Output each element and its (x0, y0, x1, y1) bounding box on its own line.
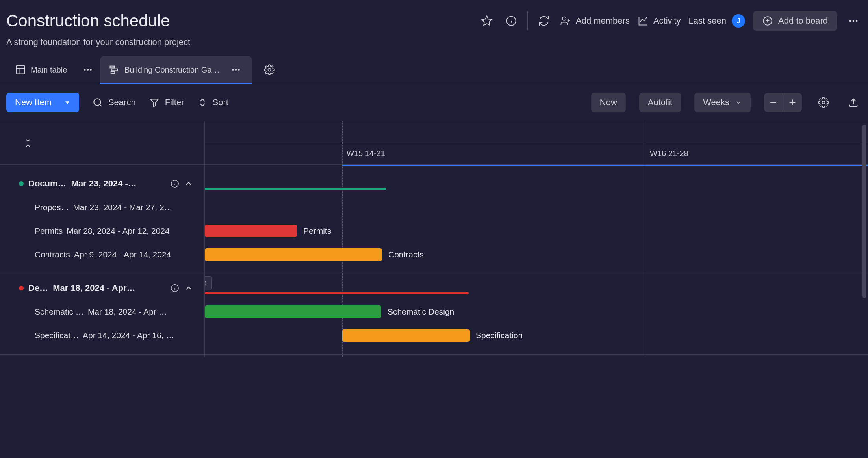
gantt-bar-label: Specification (476, 331, 523, 340)
task-row[interactable]: Permits Mar 28, 2024 - Apr 12, 2024 (0, 219, 204, 243)
svg-marker-0 (482, 16, 491, 26)
star-icon[interactable] (479, 13, 495, 29)
svg-point-18 (90, 69, 92, 71)
group-name: Docum… (28, 179, 67, 189)
info-icon[interactable] (171, 284, 179, 292)
info-icon[interactable] (503, 13, 519, 29)
svg-point-10 (849, 20, 851, 22)
collapse-all-icon[interactable] (24, 138, 32, 149)
group-dot-icon (19, 181, 24, 186)
more-icon[interactable] (845, 13, 862, 29)
tab-label: Main table (31, 65, 67, 74)
scroll-thumb[interactable] (862, 125, 866, 298)
tab-gantt-options-icon[interactable] (228, 62, 243, 77)
task-row[interactable]: Specificat… Apr 14, 2024 - Apr 16, … (0, 324, 204, 347)
svg-point-22 (232, 69, 234, 71)
add-user-icon (560, 15, 571, 26)
view-tabs: Main table Building Construction Ga… (0, 47, 868, 84)
svg-point-23 (235, 69, 236, 71)
collapse-group-icon[interactable] (184, 283, 193, 293)
export-icon[interactable] (845, 94, 862, 111)
gantt-bar[interactable] (205, 248, 382, 261)
task-name: Specificat… (35, 331, 79, 340)
now-label: Now (600, 97, 617, 108)
gantt-bar[interactable] (205, 225, 297, 237)
group-divider (205, 274, 868, 274)
activity-label: Activity (653, 16, 681, 26)
group-divider (0, 354, 204, 355)
svg-rect-21 (111, 72, 115, 74)
task-dates: Apr 14, 2024 - Apr 16, … (83, 331, 196, 340)
header: Construction schedule Add members Activi… (0, 0, 868, 47)
current-week-underline (342, 165, 868, 166)
group-header[interactable]: Docum… Mar 23, 2024 -… (0, 172, 204, 195)
tab-gantt[interactable]: Building Construction Ga… (100, 56, 252, 84)
timeline-row: Schematic Design (205, 300, 868, 324)
svg-point-25 (268, 69, 271, 71)
group-name: De… (28, 283, 48, 293)
gantt: Docum… Mar 23, 2024 -… Propos… Mar 23, 2… (0, 121, 868, 357)
timeline-week-label: W15 14-21 (347, 149, 385, 158)
scrollbar[interactable] (862, 125, 866, 357)
search-button[interactable]: Search (93, 97, 136, 108)
zoom-in-button[interactable]: + (783, 93, 802, 112)
svg-marker-26 (65, 101, 70, 104)
tab-main-options-icon[interactable] (80, 62, 95, 77)
timescale-select[interactable]: Weeks (694, 93, 751, 112)
now-button[interactable]: Now (591, 93, 626, 112)
view-settings-icon[interactable] (264, 64, 275, 75)
collapse-group-icon[interactable] (184, 179, 193, 188)
task-name: Contracts (35, 250, 70, 259)
filter-label: Filter (165, 97, 184, 108)
add-members-button[interactable]: Add members (560, 15, 630, 26)
svg-rect-20 (112, 69, 117, 71)
info-icon[interactable] (171, 179, 179, 188)
page-title: Construction schedule (6, 11, 170, 30)
task-dates: Apr 9, 2024 - Apr 14, 2024 (74, 250, 196, 259)
zoom-out-button[interactable]: − (764, 93, 783, 112)
gantt-icon (109, 64, 120, 75)
filter-icon (149, 97, 160, 108)
svg-rect-13 (17, 66, 25, 74)
sort-label: Sort (213, 97, 228, 108)
task-row[interactable]: Contracts Apr 9, 2024 - Apr 14, 2024 (0, 243, 204, 266)
svg-point-27 (94, 99, 100, 105)
page-subtitle: A strong foundation for your constructio… (6, 37, 862, 47)
task-row[interactable]: Propos… Mar 23, 2024 - Mar 27, 2… (0, 195, 204, 219)
autofit-label: Autofit (648, 97, 672, 108)
timeline-group-header (205, 172, 868, 195)
avatar: J (732, 14, 745, 28)
sort-button[interactable]: Sort (198, 97, 228, 108)
filter-button[interactable]: Filter (149, 97, 184, 108)
svg-point-11 (853, 20, 855, 22)
add-members-label: Add members (576, 16, 630, 26)
table-icon (15, 64, 26, 75)
gantt-bar[interactable] (205, 305, 381, 318)
tab-main-table[interactable]: Main table (6, 58, 76, 82)
task-name: Schematic … (35, 307, 84, 317)
last-seen[interactable]: Last seen J (689, 14, 745, 28)
plus-circle-icon (762, 16, 773, 26)
group-dates: Mar 23, 2024 -… (71, 179, 166, 189)
group-header[interactable]: De… Mar 18, 2024 - Apr… (0, 276, 204, 300)
gantt-settings-icon[interactable] (815, 94, 832, 111)
search-label: Search (108, 97, 136, 108)
group-dates: Mar 18, 2024 - Apr… (53, 283, 166, 293)
chevron-down-icon (64, 99, 70, 106)
task-dates: Mar 23, 2024 - Mar 27, 2… (73, 203, 196, 212)
gantt-bar[interactable] (342, 329, 470, 342)
autofit-button[interactable]: Autofit (639, 93, 681, 112)
group-summary-bar[interactable] (205, 188, 386, 190)
collapse-left-panel-button[interactable] (205, 276, 212, 290)
task-row[interactable]: Schematic … Mar 18, 2024 - Apr … (0, 300, 204, 324)
chevron-down-icon (735, 99, 742, 106)
refresh-icon[interactable] (536, 13, 552, 29)
gantt-bar-label: Contracts (388, 250, 424, 259)
tab-label: Building Construction Ga… (124, 65, 219, 74)
add-to-board-button[interactable]: Add to board (753, 11, 837, 31)
gantt-right-header: W15 14-21 W16 21-28 (205, 121, 868, 165)
new-item-button[interactable]: New Item (6, 93, 79, 112)
group-summary-bar[interactable] (205, 292, 469, 294)
svg-point-17 (87, 69, 89, 71)
activity-button[interactable]: Activity (638, 15, 681, 26)
